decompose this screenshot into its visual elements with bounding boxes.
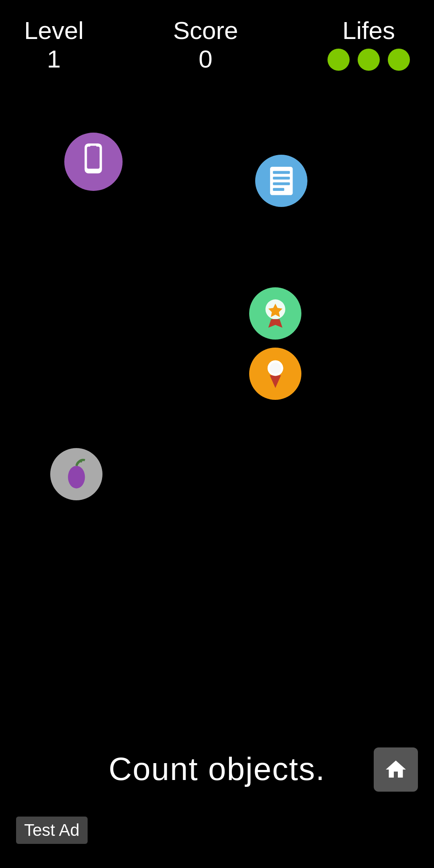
svg-point-14 [270, 362, 281, 374]
home-icon [384, 757, 408, 782]
level-value: 1 [47, 45, 61, 73]
svg-point-2 [92, 170, 94, 172]
life-dot-3 [388, 49, 410, 71]
lives-dots [328, 49, 410, 71]
svg-rect-1 [87, 147, 100, 169]
score-display: Score 0 [173, 16, 238, 73]
svg-point-15 [68, 466, 85, 488]
svg-rect-8 [273, 188, 284, 191]
test-ad-badge: Test Ad [16, 817, 88, 844]
phone-icon [74, 143, 112, 180]
icecream-icon [258, 357, 293, 391]
svg-rect-7 [273, 182, 290, 185]
svg-rect-5 [273, 171, 290, 174]
life-dot-2 [358, 49, 380, 71]
badge-icon [258, 297, 293, 331]
svg-rect-4 [270, 167, 293, 195]
eggplant-icon [59, 457, 94, 491]
eggplant-object[interactable] [50, 448, 102, 500]
svg-rect-3 [90, 146, 97, 147]
life-dot-1 [328, 49, 350, 71]
icecream-object[interactable] [249, 348, 301, 400]
game-header: Level 1 Score 0 Lifes [0, 0, 434, 73]
score-label: Score [173, 16, 238, 45]
instruction-text: Count objects. [16, 751, 418, 788]
home-button[interactable] [374, 747, 418, 792]
score-value: 0 [199, 45, 212, 73]
svg-marker-12 [270, 375, 281, 388]
test-ad-label: Test Ad [24, 821, 80, 839]
svg-rect-6 [273, 176, 290, 179]
level-display: Level 1 [24, 16, 84, 73]
list-object[interactable] [255, 155, 307, 207]
badge-object[interactable] [249, 287, 301, 340]
lifes-label: Lifes [342, 16, 395, 45]
bottom-bar: Count objects. [0, 751, 434, 788]
level-label: Level [24, 16, 84, 45]
list-icon [264, 164, 299, 198]
phone-object[interactable] [64, 133, 123, 191]
lives-display: Lifes [328, 16, 410, 71]
